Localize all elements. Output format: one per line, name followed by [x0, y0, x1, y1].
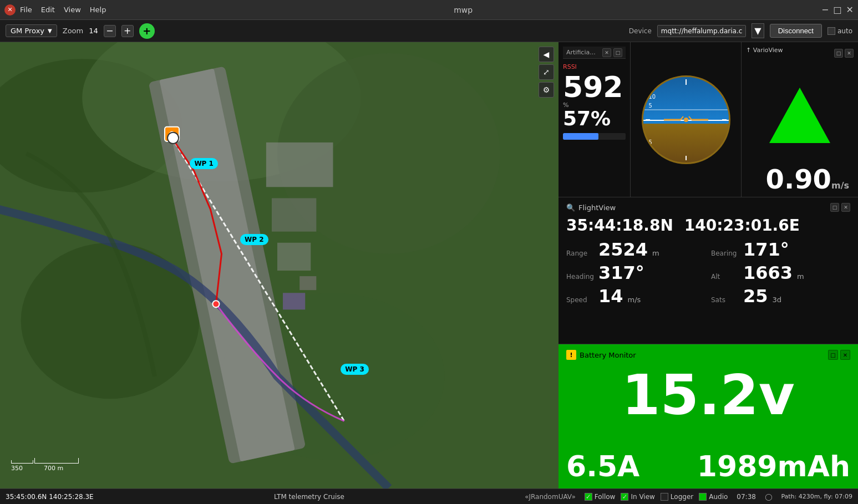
- audio-label: Audio: [709, 493, 728, 501]
- inview-checkbox[interactable]: ✓: [621, 493, 628, 501]
- proxy-select[interactable]: GM Proxy ▼: [6, 24, 57, 37]
- wp2-label: WP 2: [240, 234, 268, 245]
- follow-checkbox[interactable]: ✓: [585, 493, 592, 501]
- map-expand-btn[interactable]: ⤢: [539, 64, 554, 80]
- map-settings-btn[interactable]: ⚙: [539, 82, 554, 98]
- proxy-dropdown-icon: ▼: [48, 28, 52, 34]
- rssi-pct-value: 57%: [563, 109, 626, 129]
- titlebar: ✕ File Edit View Help mwp − □ ✕: [0, 0, 858, 20]
- auto-checkbox[interactable]: [827, 27, 835, 35]
- inview-check[interactable]: ✓ In View: [621, 493, 654, 501]
- menu-view[interactable]: View: [64, 6, 81, 14]
- alt-label: Alt: [711, 273, 739, 281]
- device-label: Device: [629, 27, 652, 35]
- minimize-button[interactable]: −: [821, 4, 829, 15]
- artificial-panel-title: Artificia...: [566, 49, 600, 56]
- rssi-bar-fill: [563, 133, 598, 140]
- battery-header: ! Battery Monitor □ ✕: [566, 350, 850, 360]
- menu-bar: File Edit View Help: [20, 6, 106, 14]
- zoom-out-button[interactable]: −: [104, 25, 116, 37]
- range-unit: m: [652, 249, 659, 257]
- svg-rect-9: [272, 198, 316, 231]
- device-value: mqtt://heffalump.daria.c: [657, 25, 747, 37]
- map-collapse-btn[interactable]: ◀: [539, 47, 554, 62]
- flight-panel: 🔍 FlightView □ ✕ 35:44:18.8N 140:23:01.6…: [559, 197, 858, 344]
- rssi-panel-bar: Artificia... ✕ □: [563, 47, 626, 59]
- horizon-panel: 10 5 5: [631, 42, 742, 197]
- battery-expand-btn[interactable]: □: [828, 350, 838, 360]
- maximize-button[interactable]: □: [833, 4, 841, 15]
- sats-row: Sats 25 3d: [711, 286, 850, 307]
- vario-close-btn[interactable]: ✕: [845, 49, 854, 58]
- sats-suffix: 3d: [773, 296, 782, 304]
- status-path: Path: 4230m, fly: 07:09: [781, 493, 852, 500]
- flight-panel-buttons: □ ✕: [830, 203, 850, 212]
- map-svg: [0, 42, 559, 488]
- right-panel: Artificia... ✕ □ RSSI 592 % 57%: [559, 42, 858, 488]
- disconnect-button[interactable]: Disconnect: [770, 24, 822, 38]
- map-background: WP 1 WP 2 WP 3 350 700 m ◀ ⤢ ⚙: [0, 42, 559, 488]
- follow-check[interactable]: ✓ Follow: [585, 493, 616, 501]
- vario-expand-btn[interactable]: □: [834, 49, 843, 58]
- menu-help[interactable]: Help: [90, 6, 106, 14]
- audio-checkbox[interactable]: [699, 493, 707, 501]
- map-overlay-toolbar: ◀ ⤢ ⚙: [539, 47, 554, 98]
- horizon-pitch: [643, 109, 729, 110]
- add-button[interactable]: +: [139, 23, 155, 39]
- battery-current: 6.5A: [566, 450, 639, 483]
- alt-row: Alt 1663 m: [711, 262, 850, 283]
- audio-check[interactable]: Audio: [699, 493, 728, 501]
- tick-top: [686, 79, 687, 85]
- logger-check[interactable]: Logger: [661, 493, 693, 501]
- horizon-aircraft: [664, 114, 708, 125]
- svg-rect-11: [283, 293, 305, 309]
- sats-value: 25: [743, 286, 768, 307]
- flight-expand-btn[interactable]: □: [830, 203, 839, 212]
- heading-row: Heading 317°: [566, 262, 705, 283]
- heading-value: 317°: [598, 262, 644, 283]
- rssi-panel-close[interactable]: ✕: [602, 48, 611, 57]
- battery-title: Battery Monitor: [580, 351, 636, 359]
- bearing-row: Bearing 171°: [711, 239, 850, 260]
- svg-rect-12: [299, 276, 316, 290]
- flight-close-btn[interactable]: ✕: [841, 203, 850, 212]
- zoom-in-button[interactable]: +: [121, 25, 134, 37]
- vario-speed-unit: m/s: [831, 180, 849, 191]
- device-dropdown[interactable]: ▼: [752, 23, 764, 38]
- window-close-button[interactable]: ✕: [846, 4, 854, 15]
- close-button[interactable]: ✕: [4, 4, 16, 16]
- battery-warning-icon: !: [566, 350, 576, 360]
- svg-point-14: [212, 301, 219, 307]
- battery-mah: 1989mAh: [697, 450, 850, 483]
- range-label: Range: [566, 250, 594, 257]
- speed-row: Speed 14 m/s: [566, 286, 705, 307]
- inview-label: In View: [631, 493, 654, 501]
- tick-left: [646, 119, 650, 120]
- close-icon: ✕: [7, 6, 12, 13]
- window-title: mwp: [106, 6, 820, 14]
- status-uav: «JRandomUAV»: [525, 493, 575, 501]
- coords-row: 35:44:18.8N 140:23:01.6E: [566, 216, 850, 235]
- status-checks: ✓ Follow ✓ In View Logger Audio: [585, 493, 728, 501]
- alt-unit: m: [797, 272, 804, 281]
- svg-rect-8: [266, 142, 333, 187]
- horizon-instrument: 10 5 5: [642, 75, 730, 164]
- menu-edit[interactable]: Edit: [41, 6, 55, 14]
- tick-right: [722, 119, 727, 120]
- svg-line-21: [681, 116, 683, 120]
- menu-file[interactable]: File: [20, 6, 32, 14]
- proxy-label: GM Proxy: [11, 27, 44, 35]
- aircraft-symbol: [664, 114, 708, 125]
- statusbar: 35:45:00.6N 140:25:28.3E LTM telemetry C…: [0, 488, 858, 504]
- status-time: 07:38: [737, 493, 756, 501]
- rssi-label: RSSI: [563, 63, 626, 70]
- battery-close-btn[interactable]: ✕: [840, 350, 850, 360]
- logger-checkbox[interactable]: [661, 493, 668, 501]
- rssi-panel-expand[interactable]: □: [613, 48, 622, 57]
- longitude-display: 140:23:01.6E: [684, 216, 800, 235]
- rssi-bar: [563, 133, 626, 140]
- map-area[interactable]: WP 1 WP 2 WP 3 350 700 m ◀ ⤢ ⚙: [0, 42, 559, 488]
- scale-label-350: 350: [11, 465, 23, 472]
- speed-unit: m/s: [628, 296, 641, 304]
- search-icon: 🔍: [566, 203, 575, 212]
